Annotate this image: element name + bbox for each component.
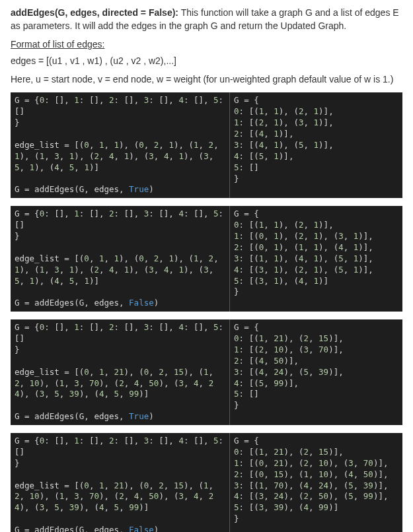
format-heading: Format of list of edges: [11,39,402,50]
code-example-1: G = {0: [], 1: [], 2: [], 3: [], 4: [], … [11,92,402,198]
format-line: edges = [(u1 , v1 , w1) , (u2 , v2 , w2)… [11,55,402,68]
code-example-output: G = { 0: [(1, 21), (2, 15)], 1: [(0, 21)… [230,433,402,532]
code-example-input: G = {0: [], 1: [], 2: [], 3: [], 4: [], … [11,206,230,312]
function-description: addEdges(G, edges, directed = False): Th… [11,7,402,32]
code-example-2: G = {0: [], 1: [], 2: [], 3: [], 4: [], … [11,206,402,312]
explain-line: Here, u = start node, v = end node, w = … [11,73,402,86]
code-example-3: G = {0: [], 1: [], 2: [], 3: [], 4: [], … [11,319,402,425]
code-example-input: G = {0: [], 1: [], 2: [], 3: [], 4: [], … [11,92,230,198]
code-example-input: G = {0: [], 1: [], 2: [], 3: [], 4: [], … [11,433,230,532]
code-example-output: G = { 0: [(1, 21), (2, 15)], 1: [(2, 10)… [230,319,402,425]
code-example-4: G = {0: [], 1: [], 2: [], 3: [], 4: [], … [11,433,402,532]
function-signature: addEdges(G, edges, directed = False): [11,7,178,18]
code-example-output: G = { 0: [(1, 1), (2, 1)], 1: [(0, 1), (… [230,206,402,312]
code-example-output: G = { 0: [(1, 1), (2, 1)], 1: [(2, 1), (… [230,92,402,198]
code-example-input: G = {0: [], 1: [], 2: [], 3: [], 4: [], … [11,319,230,425]
